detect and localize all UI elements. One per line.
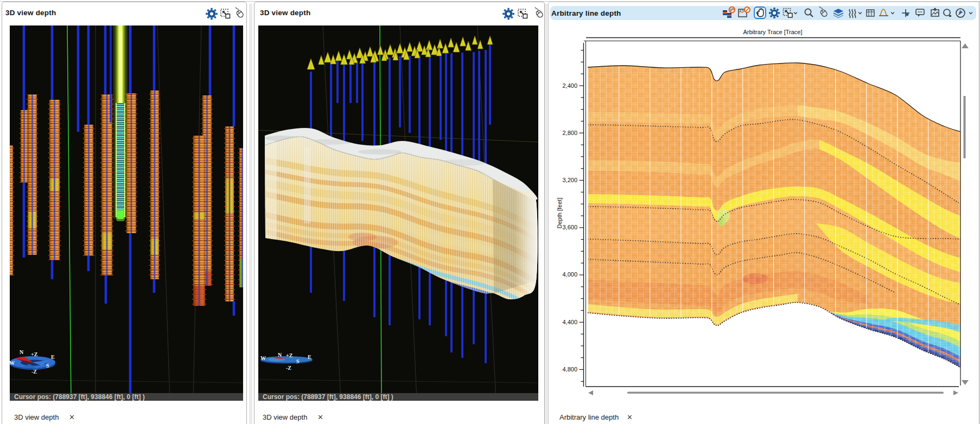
svg-text:-Z: -Z	[31, 369, 37, 375]
svg-text:E: E	[51, 354, 55, 360]
svg-text:E: E	[308, 354, 311, 360]
svg-text:-Z: -Z	[286, 365, 291, 371]
svg-text:+Z: +Z	[286, 352, 293, 358]
svg-text:N: N	[278, 352, 282, 358]
svg-text:W: W	[260, 355, 266, 361]
svg-text:S: S	[296, 358, 300, 364]
svg-text:W: W	[10, 360, 15, 366]
svg-text:+Z: +Z	[31, 351, 38, 357]
svg-text:N: N	[20, 349, 24, 355]
svg-text:S: S	[46, 363, 49, 369]
